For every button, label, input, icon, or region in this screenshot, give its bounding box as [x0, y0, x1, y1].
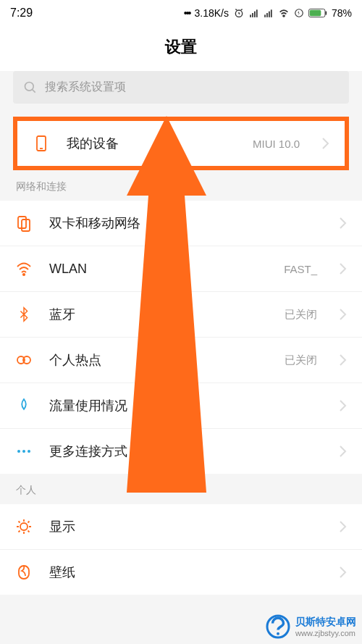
page-title: 设置: [0, 26, 362, 71]
svg-rect-4: [256, 9, 258, 17]
display-item[interactable]: 显示: [0, 504, 362, 550]
hd-icon: •••: [184, 7, 190, 19]
hotspot-icon: [14, 351, 33, 369]
svg-point-14: [25, 82, 34, 91]
alarm-icon: [233, 7, 245, 19]
my-device-value: MIUI 10.0: [253, 138, 300, 150]
wlan-value: FAST_: [284, 263, 317, 275]
signal-icon-1: [249, 8, 259, 18]
chevron-right-icon: [339, 217, 348, 230]
hotspot-label: 个人热点: [49, 351, 269, 369]
wifi-status-icon: [278, 7, 290, 19]
status-right: ••• 3.18K/s 78%: [184, 7, 352, 19]
wallpaper-icon: [14, 563, 33, 582]
bluetooth-icon: [14, 305, 33, 324]
search-icon: [23, 80, 38, 95]
svg-rect-13: [325, 11, 327, 14]
network-section: 双卡和移动网络 WLAN FAST_ 蓝牙 已关闭 个人热点 已关闭 流量使用情…: [0, 201, 362, 474]
section-header-personal: 个人: [0, 474, 362, 504]
chevron-right-icon: [339, 354, 348, 367]
chevron-right-icon: [339, 399, 348, 412]
watermark: 贝斯特安卓网 www.zjbstyy.com: [265, 614, 356, 640]
wallpaper-label: 壁纸: [49, 564, 323, 581]
dual-sim-item[interactable]: 双卡和移动网络: [0, 201, 362, 246]
svg-point-9: [283, 15, 285, 17]
more-connections-label: 更多连接方式: [49, 443, 323, 460]
wlan-item[interactable]: WLAN FAST_: [0, 246, 362, 292]
section-header-network: 网络和连接: [0, 170, 362, 201]
chevron-right-icon: [339, 520, 348, 533]
data-usage-label: 流量使用情况: [49, 397, 323, 414]
wifi-icon: [14, 259, 33, 278]
svg-point-24: [22, 450, 25, 453]
network-speed: 3.18K/s: [194, 7, 228, 19]
svg-point-26: [20, 523, 28, 530]
battery-icon: [308, 8, 327, 18]
svg-point-29: [277, 632, 279, 635]
my-device-item[interactable]: 我的设备 MIUI 10.0: [17, 121, 345, 166]
svg-rect-6: [266, 13, 268, 17]
display-icon: [14, 517, 33, 536]
phone-icon: [32, 134, 51, 153]
status-bar: 7:29 ••• 3.18K/s 78%: [0, 0, 362, 26]
hotspot-item[interactable]: 个人热点 已关闭: [0, 338, 362, 383]
wlan-label: WLAN: [49, 262, 268, 277]
svg-line-15: [33, 89, 35, 92]
bluetooth-item[interactable]: 蓝牙 已关闭: [0, 292, 362, 338]
svg-rect-7: [269, 12, 270, 17]
watermark-url: www.zjbstyy.com: [295, 629, 356, 637]
bluetooth-value: 已关闭: [285, 308, 317, 322]
svg-rect-3: [254, 12, 256, 17]
charging-icon: [294, 7, 304, 19]
svg-point-20: [23, 274, 25, 275]
sim-icon: [14, 214, 33, 233]
display-label: 显示: [49, 518, 323, 535]
more-icon: [14, 442, 33, 461]
bluetooth-label: 蓝牙: [49, 306, 269, 323]
chevron-right-icon: [339, 308, 348, 321]
svg-rect-5: [264, 14, 266, 17]
svg-point-25: [28, 450, 30, 453]
search-box[interactable]: 搜索系统设置项: [13, 71, 349, 104]
chevron-right-icon: [321, 137, 330, 150]
signal-icon-2: [264, 8, 274, 18]
data-usage-item[interactable]: 流量使用情况: [0, 383, 362, 429]
hotspot-value: 已关闭: [285, 354, 317, 367]
chevron-right-icon: [339, 566, 348, 579]
svg-rect-2: [252, 13, 253, 17]
dual-sim-label: 双卡和移动网络: [49, 214, 323, 232]
watermark-logo-icon: [265, 614, 291, 640]
chevron-right-icon: [339, 262, 348, 275]
more-connections-item[interactable]: 更多连接方式: [0, 429, 362, 474]
search-placeholder: 搜索系统设置项: [45, 80, 126, 95]
data-icon: [14, 396, 33, 415]
chevron-right-icon: [339, 445, 348, 458]
personal-section: 显示 壁纸: [0, 504, 362, 595]
watermark-title: 贝斯特安卓网: [295, 616, 356, 629]
status-time: 7:29: [10, 7, 33, 20]
svg-rect-12: [310, 10, 321, 17]
my-device-label: 我的设备: [67, 135, 237, 152]
battery-percent: 78%: [332, 7, 352, 19]
wallpaper-item[interactable]: 壁纸: [0, 550, 362, 595]
svg-rect-8: [271, 9, 272, 17]
svg-point-23: [17, 450, 20, 453]
my-device-highlight: 我的设备 MIUI 10.0: [13, 117, 349, 170]
svg-rect-1: [250, 14, 251, 17]
